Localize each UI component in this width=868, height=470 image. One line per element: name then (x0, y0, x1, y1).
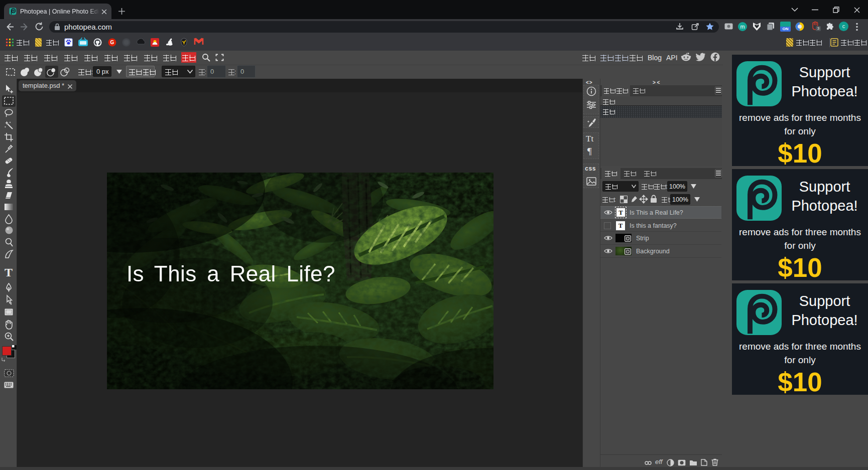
svg-text:G: G (110, 40, 114, 45)
svg-text:Is This a Real Life?: Is This a Real Life? (127, 261, 335, 286)
